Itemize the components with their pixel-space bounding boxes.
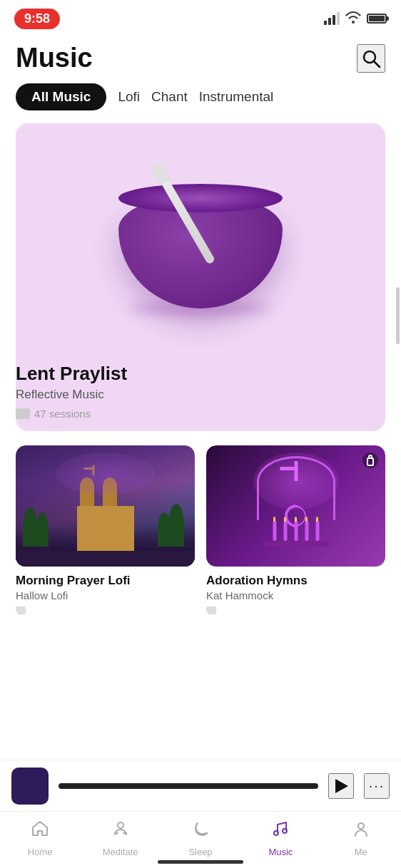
sleep-icon <box>191 819 210 844</box>
now-playing-progress[interactable] <box>59 783 318 789</box>
me-icon <box>351 819 371 844</box>
main-content: Lent Praylist Reflective Music 47 sessio… <box>0 123 401 732</box>
now-playing-bar: ··· <box>0 760 401 811</box>
nav-meditate[interactable]: Meditate <box>92 819 149 857</box>
nav-label-me: Me <box>355 847 367 857</box>
card-morning-prayer-lofi[interactable]: Morning Prayer Lofi Hallow Lofi <box>16 445 195 618</box>
card-adoration-hymns[interactable]: Adoration Hymns Kat Hammock <box>206 445 385 618</box>
nav-label-music: Music <box>268 847 293 857</box>
play-button[interactable] <box>328 773 354 799</box>
card-image-adoration <box>206 445 385 567</box>
card-title-1: Adoration Hymns <box>206 574 385 588</box>
meditate-icon <box>111 819 131 844</box>
filter-tabs: All Music Lofi Chant Instrumental <box>0 83 401 110</box>
card-image-morning-prayer <box>16 445 195 567</box>
scroll-thumb <box>396 287 400 344</box>
cards-grid: Morning Prayer Lofi Hallow Lofi <box>16 445 385 618</box>
tab-all-music[interactable]: All Music <box>16 83 106 110</box>
svg-point-5 <box>283 829 287 833</box>
nav-music[interactable]: Music <box>252 819 309 857</box>
svg-point-4 <box>274 831 278 835</box>
nav-me[interactable]: Me <box>333 819 390 857</box>
featured-meta: 47 sessions <box>16 408 385 420</box>
svg-line-1 <box>374 61 380 67</box>
sessions-icon <box>16 408 30 419</box>
bottom-nav: Home Meditate Sleep Music <box>0 811 401 868</box>
status-bar: 9:58 <box>0 0 401 37</box>
svg-point-6 <box>358 823 364 829</box>
signal-icon <box>324 12 340 25</box>
tab-chant[interactable]: Chant <box>151 86 188 108</box>
featured-sessions: 47 sessions <box>34 408 91 420</box>
nav-home[interactable]: Home <box>11 819 68 857</box>
featured-card[interactable]: Lent Praylist Reflective Music 47 sessio… <box>16 123 385 431</box>
battery-icon <box>367 14 387 24</box>
home-indicator <box>158 860 243 864</box>
card-subtitle-0: Hallow Lofi <box>16 589 195 601</box>
status-time: 9:58 <box>14 9 60 29</box>
svg-marker-2 <box>335 779 348 793</box>
svg-point-3 <box>118 822 123 828</box>
card-subtitle-1: Kat Hammock <box>206 589 385 601</box>
nav-label-home: Home <box>28 847 53 857</box>
page-header: Music <box>0 37 401 83</box>
card-meta-1 <box>206 604 385 615</box>
music-icon <box>270 819 290 844</box>
featured-subtitle: Reflective Music <box>16 388 385 402</box>
search-button[interactable] <box>357 44 385 73</box>
tab-lofi[interactable]: Lofi <box>118 86 140 108</box>
more-options-button[interactable]: ··· <box>364 773 390 799</box>
page-title: Music <box>16 43 93 73</box>
nav-sleep[interactable]: Sleep <box>172 819 229 857</box>
wifi-icon <box>345 11 361 26</box>
bowl-illustration <box>108 166 293 323</box>
featured-info: Lent Praylist Reflective Music 47 sessio… <box>16 363 385 431</box>
scroll-track[interactable] <box>396 287 400 572</box>
nav-label-meditate: Meditate <box>103 847 138 857</box>
featured-image <box>16 123 385 366</box>
now-playing-thumbnail <box>11 768 49 805</box>
card-info-adoration: Adoration Hymns Kat Hammock <box>206 567 385 618</box>
status-icons <box>324 11 387 26</box>
card-info-morning-prayer: Morning Prayer Lofi Hallow Lofi <box>16 567 195 618</box>
card-title-0: Morning Prayer Lofi <box>16 574 195 588</box>
play-icon <box>331 776 351 796</box>
card-meta-0 <box>16 604 195 615</box>
home-icon <box>30 819 50 844</box>
featured-title: Lent Praylist <box>16 363 385 385</box>
nav-label-sleep: Sleep <box>188 847 212 857</box>
tab-instrumental[interactable]: Instrumental <box>199 86 274 108</box>
search-icon <box>361 48 381 68</box>
